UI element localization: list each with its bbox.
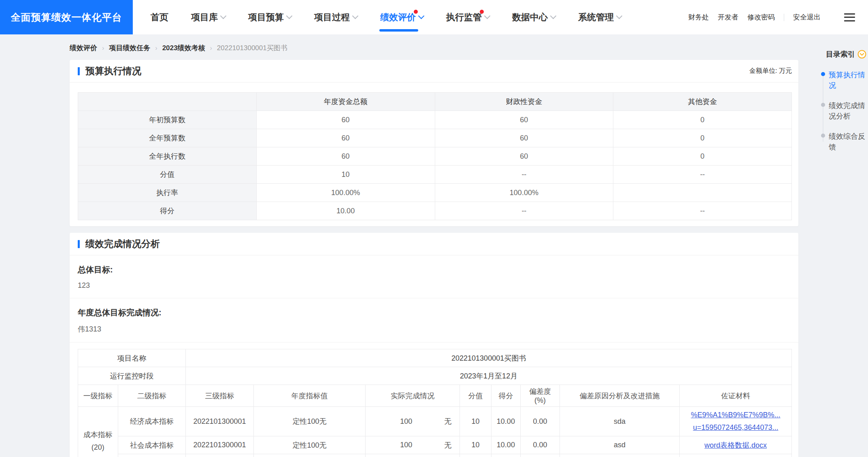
column-header: 偏差度 (%) <box>521 385 560 407</box>
level3-indicator-cell: 2022101300001 <box>186 436 253 454</box>
level3-indicator-cell: 2022101300001 <box>186 454 253 457</box>
table-row: 执行率100.00%100.00% <box>78 184 792 202</box>
annual-completion-label: 年度总体目标完成情况: <box>78 307 790 318</box>
change-password-link[interactable]: 修改密码 <box>747 13 775 22</box>
annual-target-cell: 定性100无 <box>253 436 366 454</box>
hamburger-menu-icon[interactable] <box>844 13 855 21</box>
toc-item-label: 绩效综合反馈 <box>829 132 865 151</box>
chevron-down-icon <box>220 13 227 19</box>
breadcrumb-item[interactable]: 绩效评价 <box>70 43 97 53</box>
table-cell <box>613 184 792 202</box>
analysis-cell: sda <box>560 407 679 436</box>
user-department[interactable]: 财务处 <box>688 13 709 22</box>
toc-dot-icon <box>821 134 825 138</box>
nav-item-system-management[interactable]: 系统管理 <box>578 0 621 34</box>
table-cell: 60 <box>256 129 435 147</box>
attachments-cell: %E9%A1%B9%E7%9B%...u=1595072465,3644073.… <box>680 407 792 436</box>
catalog-index: 目录索引 预算执行情况绩效完成情况分析绩效综合反馈 <box>821 49 866 162</box>
table-cell: 10.00 <box>256 202 435 220</box>
row-label: 全年执行数 <box>78 147 257 166</box>
table-row: 运行监控时段2023年1月至12月 <box>78 367 792 385</box>
breadcrumb-item[interactable]: 项目绩效任务 <box>109 43 150 53</box>
table-header-row: 一级指标二级指标三级指标年度指标值实际完成情况分值得分偏差度 (%)偏差原因分析… <box>78 385 792 407</box>
actual-completion-value: 100 <box>368 441 444 449</box>
row-label: 执行率 <box>78 184 257 202</box>
table-cell: 100.00% <box>256 184 435 202</box>
attachments-cell: C61314~1.JPG <box>680 454 792 457</box>
collapse-circle-icon[interactable] <box>857 50 866 59</box>
row-label: 全年预算数 <box>78 129 257 147</box>
user-role[interactable]: 开发者 <box>718 13 738 22</box>
level2-indicator-cell: 社会成本指标 <box>118 436 185 454</box>
table-cell: -- <box>613 166 792 184</box>
toc-item-comprehensive-feedback[interactable]: 绩效综合反馈 <box>821 131 866 152</box>
table-row: 全年执行数60600 <box>78 147 792 166</box>
table-cell: -- <box>435 202 613 220</box>
analysis-cell: ad <box>560 454 679 457</box>
app-logo: 全面预算绩效一体化平台 <box>0 0 133 34</box>
nav-item-data-center[interactable]: 数据中心 <box>512 0 555 34</box>
nav-item-label: 系统管理 <box>578 11 614 23</box>
deviation-cell: 0.00 <box>521 407 560 436</box>
nav-item-project-library[interactable]: 项目库 <box>191 0 226 34</box>
actual-completion-cell: 100无 <box>366 407 460 436</box>
score-cell: 0.00 <box>491 454 520 457</box>
column-header: 年度资金总额 <box>256 93 435 111</box>
attachment-link[interactable]: u=1595072465,3644073... <box>693 423 779 432</box>
table-row: 项目名称2022101300001买图书 <box>78 349 792 367</box>
nav-item-performance-evaluation[interactable]: 绩效评价 <box>380 0 423 34</box>
main-content: 预算执行情况 金额单位: 万元 年度资金总额财政性资金其他资金 年初预算数606… <box>70 60 798 457</box>
breadcrumb-separator-icon: › <box>210 45 212 52</box>
table-row: 生态环境成本指标2022101300001定性100无100无00.000.00… <box>78 454 792 457</box>
table-row: 分值10---- <box>78 166 792 184</box>
table-row: 年初预算数60600 <box>78 111 792 129</box>
column-header: 偏差原因分析及改进措施 <box>560 385 679 407</box>
level2-indicator-cell: 经济成本指标 <box>118 407 185 436</box>
breadcrumb-item: 2022101300001买图书 <box>217 43 287 53</box>
column-header: 年度指标值 <box>253 385 366 407</box>
top-header: 全面预算绩效一体化平台 首页项目库项目预算项目过程绩效评价执行监管数据中心系统管… <box>0 0 868 34</box>
nav-item-project-process[interactable]: 项目过程 <box>314 0 357 34</box>
table-cell: 60 <box>256 111 435 129</box>
table-cell: 60 <box>435 147 613 166</box>
toc-item-label: 绩效完成情况分析 <box>829 102 865 120</box>
nav-item-execution-supervision[interactable]: 执行监管 <box>446 0 489 34</box>
score-cell: 10.00 <box>491 436 520 454</box>
table-cell: 10 <box>256 166 435 184</box>
notification-badge <box>414 10 418 14</box>
toc-item-budget-execution[interactable]: 预算执行情况 <box>821 70 866 91</box>
level1-indicator-cell: 成本指标 (20) <box>78 407 118 457</box>
nav-item-label: 项目过程 <box>314 11 350 23</box>
nav-item-project-budget[interactable]: 项目预算 <box>248 0 291 34</box>
overall-goal-label: 总体目标: <box>78 264 790 275</box>
user-area: 财务处 开发者 修改密码 安全退出 <box>679 13 868 22</box>
toc-dot-icon <box>821 103 825 107</box>
annual-target-cell: 定性100无 <box>253 407 366 436</box>
table-cell: 60 <box>256 147 435 166</box>
attachment-link[interactable]: word表格数据.docx <box>704 440 767 450</box>
attachment-link[interactable]: %E9%A1%B9%E7%9B%... <box>691 411 781 419</box>
toc-dot-icon <box>821 72 825 76</box>
nav-item-home[interactable]: 首页 <box>151 0 168 34</box>
notification-badge <box>480 10 484 14</box>
main-nav: 首页项目库项目预算项目过程绩效评价执行监管数据中心系统管理 <box>151 0 644 34</box>
project-name-label: 项目名称 <box>78 349 186 367</box>
project-name-value: 2022101300001买图书 <box>186 349 792 367</box>
budget-table: 年度资金总额财政性资金其他资金 年初预算数60600全年预算数60600全年执行… <box>78 92 792 220</box>
table-cell: -- <box>435 166 613 184</box>
column-header <box>78 93 257 111</box>
chevron-down-icon <box>550 13 557 19</box>
column-header: 得分 <box>491 385 520 407</box>
annual-target-cell: 定性100无 <box>253 454 366 457</box>
logout-link[interactable]: 安全退出 <box>793 13 821 22</box>
deviation-cell: 0.00 <box>521 454 560 457</box>
table-cell: 60 <box>435 111 613 129</box>
toc-item-performance-analysis[interactable]: 绩效完成情况分析 <box>821 100 866 121</box>
breadcrumb-item[interactable]: 2023绩效考核 <box>162 43 205 53</box>
breadcrumb: 绩效评价›项目绩效任务›2023绩效考核›2022101300001买图书 <box>0 34 868 60</box>
chevron-down-icon <box>484 13 491 19</box>
column-header: 分值 <box>460 385 491 407</box>
row-label: 年初预算数 <box>78 111 257 129</box>
catalog-index-title: 目录索引 <box>826 49 855 59</box>
amount-unit-label: 金额单位: 万元 <box>749 67 792 75</box>
